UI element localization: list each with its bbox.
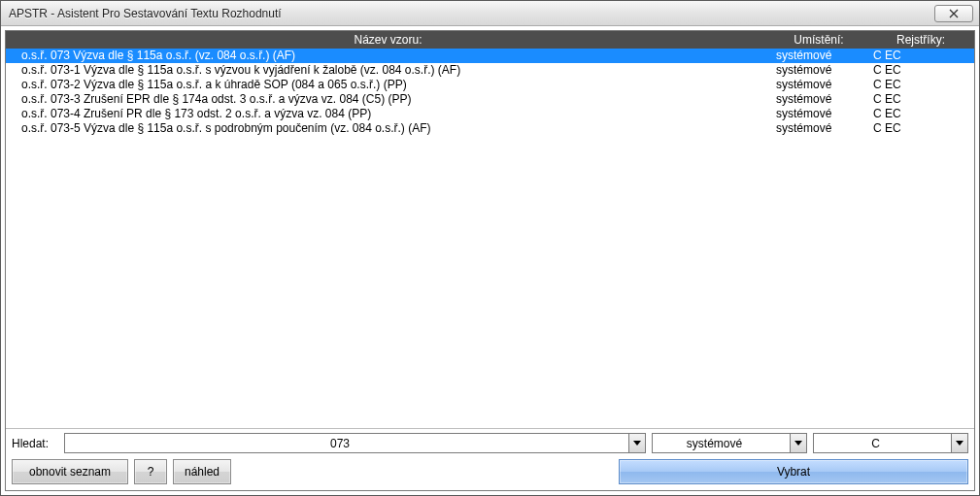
table-header: Název vzoru: Umístění: Rejstříky: xyxy=(6,31,974,49)
window-title: APSTR - Asistent Pro Sestavování Textu R… xyxy=(9,7,934,20)
button-spacer xyxy=(237,459,613,484)
cell-location: systémové xyxy=(770,63,867,78)
search-location-value: systémové xyxy=(653,437,790,450)
table-row[interactable]: o.s.ř. 073-4 Zrušení PR dle § 173 odst. … xyxy=(6,107,974,121)
search-registry-combo[interactable]: C xyxy=(813,433,968,453)
search-registry-value: C xyxy=(814,437,951,450)
cell-name: o.s.ř. 073-4 Zrušení PR dle § 173 odst. … xyxy=(6,107,770,121)
table-row[interactable]: o.s.ř. 073-1 Výzva dle § 115a o.s.ř. s v… xyxy=(6,63,974,78)
column-header-location[interactable]: Umístění: xyxy=(770,33,867,47)
window-close-button[interactable] xyxy=(934,5,973,22)
select-button[interactable]: Vybrat xyxy=(619,459,968,484)
cell-registry: C EC xyxy=(867,63,974,78)
cell-registry: C EC xyxy=(867,92,974,107)
preview-button[interactable]: náhled xyxy=(173,459,231,484)
help-button[interactable]: ? xyxy=(134,459,167,484)
cell-location: systémové xyxy=(770,49,867,63)
column-header-name[interactable]: Název vzoru: xyxy=(6,33,770,47)
search-label: Hledat: xyxy=(12,437,58,450)
search-query-combo[interactable]: 073 xyxy=(64,433,646,453)
search-query-dropdown-button[interactable] xyxy=(628,434,645,452)
search-location-dropdown-button[interactable] xyxy=(790,434,806,452)
close-icon xyxy=(949,9,959,18)
table-row[interactable]: o.s.ř. 073-2 Výzva dle § 115a o.s.ř. a k… xyxy=(6,78,974,92)
app-window: APSTR - Asistent Pro Sestavování Textu R… xyxy=(0,0,980,496)
cell-name: o.s.ř. 073-1 Výzva dle § 115a o.s.ř. s v… xyxy=(6,63,770,78)
content-area: Název vzoru: Umístění: Rejstříky: o.s.ř.… xyxy=(5,30,975,491)
search-query-value: 073 xyxy=(65,437,628,450)
table-row[interactable]: o.s.ř. 073-5 Výzva dle § 115a o.s.ř. s p… xyxy=(6,121,974,136)
bottom-panel: Hledat: 073 systémové C xyxy=(6,428,974,490)
table-body[interactable]: o.s.ř. 073 Výzva dle § 115a o.s.ř. (vz. … xyxy=(6,49,974,428)
cell-location: systémové xyxy=(770,121,867,136)
chevron-down-icon xyxy=(633,441,641,446)
titlebar: APSTR - Asistent Pro Sestavování Textu R… xyxy=(1,1,979,26)
search-row: Hledat: 073 systémové C xyxy=(12,433,968,453)
cell-name: o.s.ř. 073-2 Výzva dle § 115a o.s.ř. a k… xyxy=(6,78,770,92)
search-location-combo[interactable]: systémové xyxy=(652,433,807,453)
cell-location: systémové xyxy=(770,107,867,121)
cell-name: o.s.ř. 073 Výzva dle § 115a o.s.ř. (vz. … xyxy=(6,49,770,63)
table-row[interactable]: o.s.ř. 073-3 Zrušení EPR dle § 174a odst… xyxy=(6,92,974,107)
button-row: obnovit seznam ? náhled Vybrat xyxy=(12,459,968,484)
refresh-list-button[interactable]: obnovit seznam xyxy=(12,459,128,484)
cell-registry: C EC xyxy=(867,107,974,121)
cell-location: systémové xyxy=(770,78,867,92)
cell-name: o.s.ř. 073-3 Zrušení EPR dle § 174a odst… xyxy=(6,92,770,107)
chevron-down-icon xyxy=(956,441,963,446)
cell-name: o.s.ř. 073-5 Výzva dle § 115a o.s.ř. s p… xyxy=(6,121,770,136)
column-header-registry[interactable]: Rejstříky: xyxy=(867,33,974,47)
search-registry-dropdown-button[interactable] xyxy=(951,434,967,452)
chevron-down-icon xyxy=(794,441,802,446)
cell-registry: C EC xyxy=(867,121,974,136)
cell-registry: C EC xyxy=(867,49,974,63)
table-row[interactable]: o.s.ř. 073 Výzva dle § 115a o.s.ř. (vz. … xyxy=(6,49,974,63)
cell-registry: C EC xyxy=(867,78,974,92)
cell-location: systémové xyxy=(770,92,867,107)
